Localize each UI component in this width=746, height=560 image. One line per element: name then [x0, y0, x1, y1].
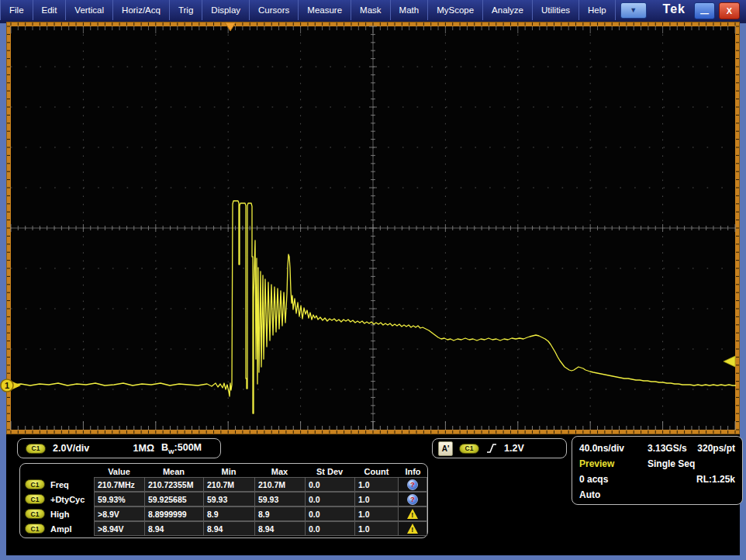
- measurement-min: 210.7M: [203, 477, 254, 492]
- measurement-name: High: [50, 510, 69, 519]
- measurement-label: C1Freq: [20, 477, 94, 492]
- measurement-count: 1.0: [354, 521, 399, 536]
- menu-item-utilities[interactable]: Utilities: [533, 0, 579, 20]
- channel1-ground-marker[interactable]: 1: [0, 378, 25, 396]
- resolution: 320ps/pt: [696, 443, 735, 454]
- menu-item-myscope[interactable]: MyScope: [428, 0, 483, 20]
- column-header: Value: [94, 467, 144, 476]
- measurement-count: 1.0: [354, 506, 399, 521]
- info-cell[interactable]: [399, 506, 427, 521]
- bandwidth-value: :500M: [174, 442, 202, 453]
- menu-items: FileEditVerticalHoriz/AcqTrigDisplayCurs…: [0, 0, 616, 20]
- menu-item-display[interactable]: Display: [202, 0, 250, 20]
- measurement-name: +DtyCyc: [50, 495, 85, 504]
- menu-item-vertical[interactable]: Vertical: [66, 0, 113, 20]
- bandwidth-prefix: B: [161, 442, 168, 453]
- menu-item-horiz-acq[interactable]: Horiz/Acq: [113, 0, 170, 20]
- warning-icon[interactable]: [407, 509, 418, 519]
- measurement-value: 59.93%: [94, 492, 144, 506]
- menu-item-math[interactable]: Math: [391, 0, 429, 20]
- measurement-count: 1.0: [354, 477, 399, 492]
- measurement-value: 210.7MHz: [94, 477, 144, 492]
- measurement-mean: 8.94: [144, 521, 203, 536]
- menu-bar: FileEditVerticalHoriz/AcqTrigDisplayCurs…: [0, 0, 746, 20]
- measurement-max: 8.94: [254, 521, 305, 536]
- measurement-stdev: 0.0: [305, 492, 354, 506]
- channel-badge: C1: [25, 524, 45, 534]
- trigger-level-value: 1.2V: [504, 443, 524, 454]
- column-header: Count: [354, 467, 399, 476]
- measurement-max: 59.93: [254, 492, 305, 506]
- input-impedance: 1MΩ: [133, 443, 154, 454]
- measurement-rows: C1Freq210.7MHz210.72355M210.7M210.7M0.01…: [20, 477, 427, 536]
- trigger-channel-badge: C1: [459, 444, 479, 454]
- column-header: Min: [203, 467, 254, 476]
- measurement-row[interactable]: C1Freq210.7MHz210.72355M210.7M210.7M0.01…: [20, 477, 427, 492]
- measurement-name: Ampl: [50, 524, 72, 534]
- measurement-stdev: 0.0: [305, 521, 354, 536]
- column-header: Max: [254, 467, 305, 476]
- channel-readout[interactable]: C1 2.0V/div 1MΩ BW:500M: [17, 438, 221, 458]
- help-icon[interactable]: ?: [407, 494, 418, 505]
- measurement-min: 8.94: [203, 521, 254, 536]
- channel1-marker-number: 1: [5, 381, 9, 390]
- minimize-icon: —: [700, 9, 709, 18]
- preview-status: Preview: [579, 458, 648, 469]
- minimize-button[interactable]: —: [694, 2, 715, 19]
- measurement-row[interactable]: C1High>8.9V8.89999998.98.90.01.0: [20, 506, 427, 521]
- vertical-scale: 2.0V/div: [53, 443, 89, 454]
- menu-item-measure[interactable]: Measure: [299, 0, 351, 20]
- measurement-min: 59.93: [203, 492, 254, 506]
- rising-edge-icon: [485, 442, 498, 455]
- trigger-readout[interactable]: A' C1 1.2V: [432, 438, 567, 458]
- warning-icon[interactable]: [407, 524, 418, 534]
- measurement-label: C1Ampl: [20, 521, 94, 536]
- menu-item-help[interactable]: Help: [579, 0, 616, 20]
- menu-overflow-button[interactable]: ▼: [620, 2, 647, 19]
- measurement-table: ValueMeanMinMaxSt DevCountInfo C1Freq210…: [19, 463, 428, 538]
- channel-badge: C1: [25, 509, 45, 519]
- column-header: Info: [399, 467, 427, 476]
- measurement-count: 1.0: [354, 492, 399, 506]
- measurement-mean: 59.925685: [144, 492, 203, 506]
- sample-rate: 3.13GS/s: [648, 443, 696, 454]
- channel-badge: C1: [26, 444, 46, 454]
- column-header: St Dev: [305, 467, 354, 476]
- chevron-down-icon: ▼: [630, 7, 637, 14]
- measurement-value: >8.9V: [94, 506, 144, 521]
- measurement-stdev: 0.0: [305, 506, 354, 521]
- measurement-max: 8.9: [254, 506, 305, 521]
- channel-badge: C1: [25, 494, 45, 504]
- record-length: RL:1.25k: [696, 474, 735, 485]
- measurement-row[interactable]: C1Ampl>8.94V8.948.948.940.01.0: [20, 521, 427, 536]
- timebase: 40.0ns/div: [579, 443, 648, 454]
- menu-item-mask[interactable]: Mask: [351, 0, 390, 20]
- measurement-label: C1High: [20, 506, 94, 521]
- menu-item-analyze[interactable]: Analyze: [483, 0, 533, 20]
- bandwidth-sub: W: [168, 448, 174, 455]
- info-cell[interactable]: ?: [399, 492, 427, 506]
- measurement-name: Freq: [50, 480, 69, 489]
- bandwidth-readout: BW:500M: [161, 442, 202, 455]
- info-cell[interactable]: [399, 521, 427, 536]
- measurement-row[interactable]: C1+DtyCyc59.93%59.92568559.9359.930.01.0…: [20, 492, 427, 506]
- measurement-mean: 8.8999999: [144, 506, 203, 521]
- horizontal-readout[interactable]: 40.0ns/div 3.13GS/s 320ps/pt Preview Sin…: [572, 436, 743, 505]
- help-icon[interactable]: ?: [407, 479, 418, 490]
- measurement-max: 210.7M: [254, 477, 305, 492]
- measurement-label: C1+DtyCyc: [20, 492, 94, 506]
- menu-item-edit[interactable]: Edit: [33, 0, 67, 20]
- tek-logo: Tek: [663, 2, 686, 16]
- trigger-source-badge: A': [438, 441, 453, 456]
- menu-item-trig[interactable]: Trig: [170, 0, 202, 20]
- close-button[interactable]: X: [719, 2, 740, 19]
- measurement-mean: 210.72355M: [144, 477, 203, 492]
- tekscope-window: { "window": { "logo": "Tek", "minimize_g…: [0, 0, 746, 560]
- menu-item-file[interactable]: File: [0, 0, 33, 20]
- close-icon: X: [727, 6, 732, 16]
- scope-display[interactable]: [6, 22, 740, 434]
- measurement-min: 8.9: [203, 506, 254, 521]
- channel-badge: C1: [25, 479, 45, 489]
- menu-item-cursors[interactable]: Cursors: [250, 0, 299, 20]
- info-cell[interactable]: ?: [399, 477, 427, 492]
